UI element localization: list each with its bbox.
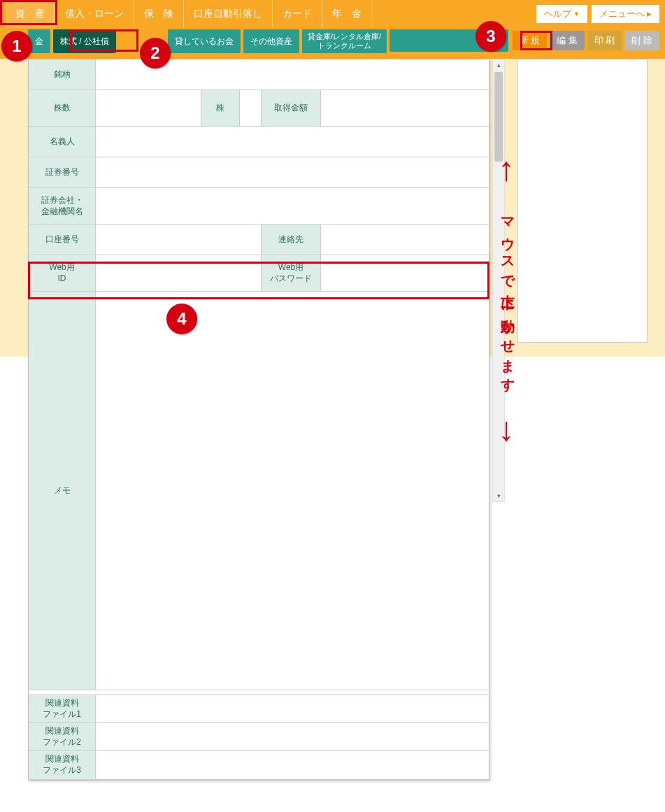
action-buttons: 新 規 編 集 印 刷 削 除 — [513, 28, 666, 50]
value-certno[interactable] — [96, 157, 489, 187]
arrow-down-icon: ↓ — [498, 413, 515, 446]
subtab-lent[interactable]: 貸しているお金 — [168, 29, 241, 53]
scroll-hint-text: マウスで上下に動かせます — [499, 208, 516, 387]
label-webpw: Web用 パスワード — [261, 255, 321, 291]
value-file3[interactable] — [96, 751, 489, 778]
label-acq-amount: 取得金額 — [261, 90, 321, 126]
form-panel: 銘柄 株数 株 取得金額 名義人 証券番号 証券会社・ 金融機関名 口座番号 連… — [28, 59, 489, 781]
new-button[interactable]: 新 規 — [513, 31, 548, 50]
row-certno: 証券番号 — [29, 157, 489, 188]
nav-insurance[interactable]: 保 険 — [134, 0, 184, 28]
nav-pension[interactable]: 年 金 — [322, 0, 372, 28]
scrollbar-thumb[interactable] — [494, 72, 503, 162]
subtab-other[interactable]: その他資産 — [243, 29, 299, 53]
value-shares-mid — [240, 90, 261, 126]
callout-4: 4 — [166, 304, 197, 334]
row-brand: 銘柄 — [29, 59, 489, 90]
subtab-stocks[interactable]: 株式 / 公社債 — [53, 29, 116, 53]
label-file3: 関連資料 ファイル3 — [29, 751, 96, 778]
callout-1: 1 — [1, 31, 32, 62]
nav-autopay[interactable]: 口座自動引落し — [184, 0, 273, 28]
value-shares[interactable] — [96, 90, 201, 126]
row-file3: 関連資料 ファイル3 — [29, 750, 489, 779]
nav-card[interactable]: カード — [273, 0, 322, 28]
nav-assets[interactable]: 資 産 — [6, 0, 55, 28]
arrow-up-icon: ↑ — [498, 152, 515, 186]
row-file2: 関連資料 ファイル2 — [29, 722, 489, 750]
row-account: 口座番号 連絡先 — [29, 225, 489, 255]
label-file2: 関連資料 ファイル2 — [29, 723, 96, 750]
row-holder: 名義人 — [29, 127, 489, 157]
print-button[interactable]: 印 刷 — [587, 31, 622, 50]
sub-tabs: 金 株式 / 公社債 貸しているお金 その他資産 貸金庫/レンタル倉庫/ トラン… — [28, 28, 387, 53]
value-holder[interactable] — [96, 127, 489, 157]
subtab-safebox-l1: 貸金庫/レンタル倉庫/ — [308, 32, 381, 41]
row-file1: 関連資料 ファイル1 — [29, 695, 489, 722]
main-area: 銘柄 株数 株 取得金額 名義人 証券番号 証券会社・ 金融機関名 口座番号 連… — [0, 59, 665, 781]
callout-2: 2 — [140, 38, 171, 69]
top-right-buttons: ヘルプ メニューへ — [536, 5, 659, 23]
label-shares-unit: 株 — [201, 90, 240, 126]
help-button[interactable]: ヘルプ — [536, 5, 587, 23]
value-contact[interactable] — [321, 225, 489, 255]
value-file2[interactable] — [96, 723, 489, 750]
value-account[interactable] — [96, 225, 261, 255]
menu-label: メニューへ — [599, 8, 645, 20]
label-brand: 銘柄 — [29, 59, 96, 90]
label-shares: 株数 — [29, 90, 96, 126]
callout-3: 3 — [475, 21, 506, 52]
scrollbar-up-icon[interactable]: ▴ — [493, 59, 504, 71]
value-webid[interactable] — [96, 255, 261, 291]
label-memo: メモ — [29, 292, 96, 690]
edit-button[interactable]: 編 集 — [550, 31, 585, 50]
nav-loans[interactable]: 借入・ローン — [55, 0, 134, 28]
value-file1[interactable] — [96, 695, 489, 722]
row-webid: Web用 ID Web用 パスワード — [29, 255, 489, 292]
row-shares: 株数 株 取得金額 — [29, 90, 489, 127]
label-account: 口座番号 — [29, 225, 96, 255]
top-nav-bar: 資 産 借入・ローン 保 険 口座自動引落し カード 年 金 ヘルプ メニューへ — [0, 0, 665, 28]
files-section: 関連資料 ファイル1 関連資料 ファイル2 関連資料 ファイル3 — [29, 690, 489, 780]
delete-button[interactable]: 削 除 — [624, 31, 659, 50]
subtab-safebox-l2: トランクルーム — [317, 41, 371, 50]
label-webid: Web用 ID — [29, 255, 96, 291]
label-file1: 関連資料 ファイル1 — [29, 695, 96, 722]
label-contact: 連絡先 — [261, 225, 321, 255]
sub-bar: 金 株式 / 公社債 貸しているお金 その他資産 貸金庫/レンタル倉庫/ トラン… — [0, 28, 665, 59]
top-nav: 資 産 借入・ローン 保 険 口座自動引落し カード 年 金 — [6, 0, 536, 28]
record-list-panel[interactable] — [517, 59, 648, 343]
row-broker: 証券会社・ 金融機関名 — [29, 188, 489, 225]
label-holder: 名義人 — [29, 127, 96, 157]
label-broker: 証券会社・ 金融機関名 — [29, 188, 96, 224]
row-memo: メモ — [29, 292, 489, 690]
menu-button[interactable]: メニューへ — [592, 5, 659, 23]
value-webpw[interactable] — [321, 255, 489, 291]
subtab-safebox[interactable]: 貸金庫/レンタル倉庫/ トランクルーム — [302, 29, 387, 53]
value-broker[interactable] — [96, 188, 489, 224]
scrollbar-down-icon[interactable]: ▾ — [493, 490, 504, 501]
value-memo[interactable] — [96, 292, 489, 690]
help-label: ヘルプ — [544, 8, 571, 20]
value-acq-amount[interactable] — [321, 90, 489, 126]
label-certno: 証券番号 — [29, 157, 96, 187]
